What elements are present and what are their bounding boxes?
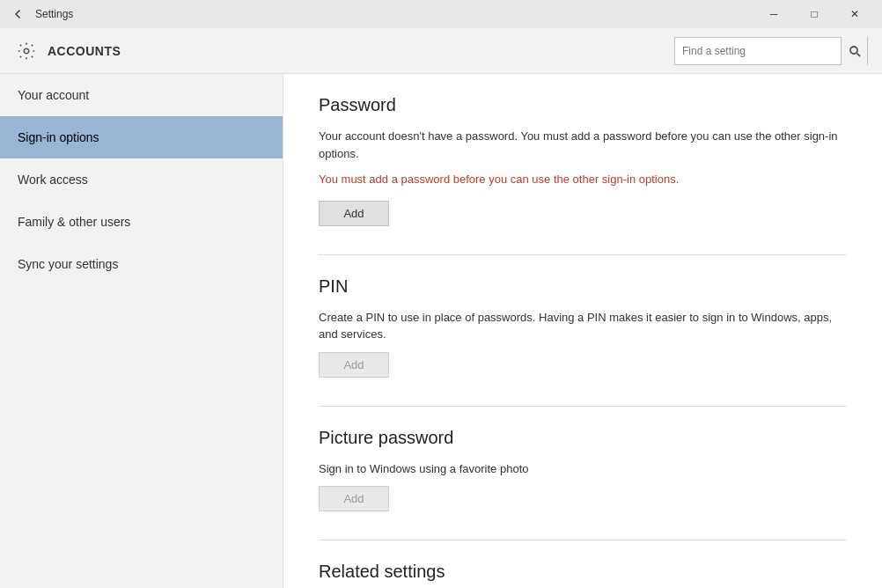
sidebar: Your account Sign-in options Work access…	[0, 74, 283, 588]
related-settings-section: Related settings	[319, 562, 847, 582]
related-settings-title: Related settings	[319, 562, 847, 582]
maximize-button[interactable]: □	[794, 0, 834, 28]
pin-section: PIN Create a PIN to use in place of pass…	[319, 276, 847, 378]
title-bar: Settings ─ □ ✕	[0, 0, 882, 28]
search-input[interactable]	[675, 45, 841, 57]
sidebar-item-sign-in-options[interactable]: Sign-in options	[0, 116, 283, 158]
window-controls: ─ □ ✕	[753, 0, 875, 28]
pin-title: PIN	[319, 276, 847, 297]
search-icon[interactable]	[841, 37, 867, 65]
content-area: Password Your account doesn't have a pas…	[283, 74, 882, 588]
sidebar-item-sync-settings[interactable]: Sync your settings	[0, 243, 283, 285]
password-title: Password	[319, 95, 847, 115]
sidebar-item-work-access[interactable]: Work access	[0, 158, 283, 201]
accounts-icon	[14, 39, 39, 63]
back-button[interactable]	[7, 4, 28, 25]
svg-line-2	[856, 53, 860, 56]
password-section: Password Your account doesn't have a pas…	[319, 95, 847, 226]
svg-point-0	[24, 48, 29, 54]
pin-description: Create a PIN to use in place of password…	[319, 309, 847, 343]
close-button[interactable]: ✕	[834, 0, 875, 28]
svg-point-1	[850, 47, 857, 54]
picture-password-section: Picture password Sign in to Windows usin…	[319, 428, 847, 512]
picture-password-title: Picture password	[319, 428, 847, 448]
window-title: Settings	[35, 8, 753, 20]
sidebar-item-your-account[interactable]: Your account	[0, 74, 283, 116]
password-add-button[interactable]: Add	[319, 201, 389, 226]
pin-add-button[interactable]: Add	[319, 352, 389, 378]
divider-2	[319, 406, 847, 407]
password-description: Your account doesn't have a password. Yo…	[319, 128, 847, 162]
minimize-button[interactable]: ─	[753, 0, 794, 28]
divider-3	[319, 540, 847, 540]
search-box[interactable]	[674, 37, 868, 65]
divider-1	[319, 254, 847, 255]
header-title: ACCOUNTS	[48, 44, 674, 58]
picture-password-add-button[interactable]: Add	[319, 486, 389, 511]
password-warning: You must add a password before you can u…	[319, 171, 847, 188]
header-bar: ACCOUNTS	[0, 28, 882, 74]
main-layout: Your account Sign-in options Work access…	[0, 74, 882, 588]
sidebar-item-family-other-users[interactable]: Family & other users	[0, 201, 283, 243]
picture-password-description: Sign in to Windows using a favorite phot…	[319, 460, 847, 478]
